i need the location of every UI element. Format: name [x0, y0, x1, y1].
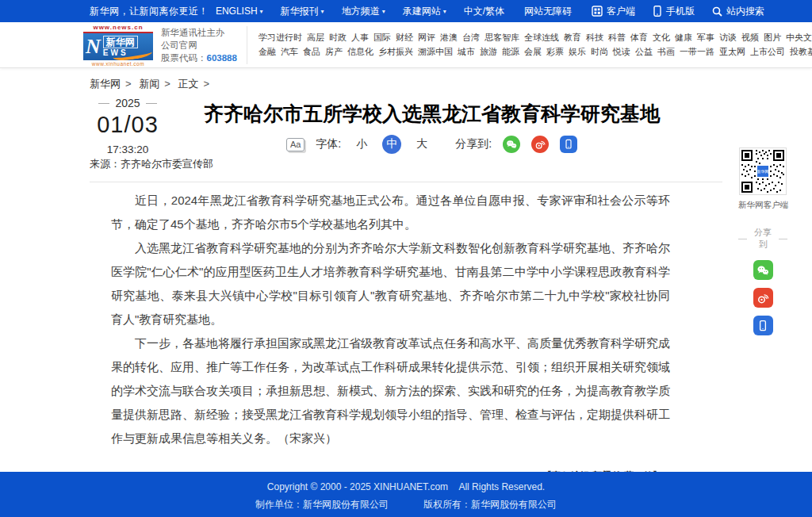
- site-search-button[interactable]: 站内搜索: [712, 5, 764, 18]
- copyright-line: Copyright © 2000 - 2025 XINHUANET.com Al…: [0, 472, 812, 492]
- nav-link[interactable]: 上市公司: [750, 46, 785, 58]
- footer-credit: 制作单位：新华网股份有限公司: [255, 498, 389, 511]
- nav-link[interactable]: 访谈: [719, 32, 737, 44]
- nav-link[interactable]: 科技: [586, 32, 603, 44]
- article-paragraph: 下一步，各基地将履行承担国家或黑龙江省级教育改革试点任务和高水平、高质量优秀教育…: [111, 331, 670, 450]
- chevron-down-icon: ▾: [382, 8, 385, 15]
- nav-link[interactable]: 能源: [502, 46, 519, 58]
- breadcrumb-link[interactable]: 正文: [178, 78, 198, 90]
- topbar-menu-item[interactable]: 网站无障碍: [524, 5, 574, 18]
- nav-link[interactable]: 信息化: [347, 46, 373, 58]
- topbar-menu: ENGLISH▾ 新华报刊▾ 地方频道▾ 承建网站▾ 中文/繁体 网站无障碍: [216, 5, 574, 18]
- nav-link[interactable]: 中央文件: [786, 32, 812, 44]
- nav-link[interactable]: 一带一路: [680, 46, 714, 58]
- weibo-share-icon[interactable]: [531, 136, 549, 153]
- nav-link[interactable]: 书画: [657, 46, 675, 58]
- nav-link[interactable]: 思客智库: [485, 32, 519, 44]
- article-title: 齐齐哈尔市五所学校入选黑龙江省教育科学研究基地: [197, 92, 667, 127]
- stock-code: 603888: [207, 53, 237, 63]
- nav-link[interactable]: 投教基地: [790, 46, 812, 58]
- nav-link[interactable]: 房产: [325, 46, 343, 58]
- share-label: 分享到:: [455, 137, 492, 151]
- nav-link[interactable]: 财经: [396, 32, 413, 44]
- topbar: 新华网，让新闻离你更近！ ENGLISH▾ 新华报刊▾ 地方频道▾ 承建网站▾ …: [0, 0, 812, 22]
- nav-link[interactable]: 时政: [329, 32, 347, 44]
- topbar-menu-item[interactable]: ENGLISH▾: [216, 6, 263, 17]
- breadcrumb-separator: >: [125, 78, 132, 90]
- nav-link[interactable]: 金融: [259, 46, 276, 58]
- font-size-option[interactable]: 大: [412, 135, 431, 154]
- wechat-share-icon[interactable]: [753, 260, 773, 280]
- site-slogan: 新华网，让新闻离你更近！: [90, 5, 209, 18]
- client-share-icon[interactable]: [560, 136, 577, 153]
- nav-link[interactable]: 科普: [608, 32, 626, 44]
- weibo-share-icon[interactable]: [753, 288, 773, 308]
- article-source: 来源：齐齐哈尔市委宣传部: [90, 157, 213, 171]
- site-footer: Copyright © 2000 - 2025 XINHUANET.com Al…: [0, 472, 812, 517]
- breadcrumb-item: 正文>: [178, 78, 214, 90]
- qr-caption: 新华网客户端: [738, 200, 787, 211]
- nav-link[interactable]: 网评: [418, 32, 435, 44]
- publish-date: 2025 01/03 17:33:20: [90, 97, 166, 155]
- nav-link[interactable]: 溯源中国: [418, 46, 453, 58]
- nav-link[interactable]: 悦读: [613, 46, 630, 58]
- xinhuanet-logo[interactable]: www.news.cn N 新华网 EWS www.xinhuanet.com: [83, 24, 153, 67]
- nav-link[interactable]: 台湾: [462, 32, 480, 44]
- nav-link[interactable]: 亚太网: [719, 46, 745, 58]
- topbar-menu-item[interactable]: 新华报刊▾: [281, 5, 324, 18]
- nav-link[interactable]: 高层: [307, 32, 324, 44]
- main-nav: 学习进行时高层时政人事国际财经网评港澳台湾思客智库全球连线教育科技科普体育文化健…: [259, 29, 798, 60]
- publish-year: 2025: [90, 97, 166, 109]
- wechat-share-icon[interactable]: [503, 136, 520, 153]
- content-container: 新华网> 新闻> 正文> 2025 01/03 17:33:20 来源：齐齐哈尔…: [90, 68, 722, 483]
- breadcrumb-link[interactable]: 新华网: [90, 78, 121, 90]
- nav-link[interactable]: 食品: [303, 46, 320, 58]
- nav-link[interactable]: 娱乐: [569, 46, 586, 58]
- rail-share-icons: [738, 260, 787, 335]
- font-size-option[interactable]: 中: [382, 135, 401, 154]
- org-line2[interactable]: 公司官网: [161, 39, 237, 52]
- topbar-menu-item[interactable]: 中文/繁体: [464, 5, 507, 18]
- breadcrumb-item: 新华网>: [90, 78, 136, 90]
- nav-link[interactable]: 学习进行时: [259, 32, 302, 44]
- footer-credit: 版权所有：新华网股份有限公司: [423, 498, 557, 511]
- mobile-version-link[interactable]: 手机版: [653, 5, 695, 18]
- client-app-link[interactable]: 客户端: [592, 5, 635, 18]
- chevron-down-icon: ▾: [260, 8, 263, 15]
- source-name: 齐齐哈尔市委宣传部: [121, 158, 213, 170]
- font-size-option[interactable]: 小: [352, 135, 371, 154]
- chevron-down-icon: ▾: [443, 8, 446, 15]
- nav-link[interactable]: 彩票: [546, 46, 564, 58]
- nav-link[interactable]: 汽车: [281, 46, 298, 58]
- nav-link[interactable]: 体育: [630, 32, 648, 44]
- breadcrumb: 新华网> 新闻> 正文>: [90, 68, 722, 92]
- nav-link[interactable]: 军事: [697, 32, 714, 44]
- nav-link[interactable]: 港澳: [440, 32, 458, 44]
- article-header: 2025 01/03 17:33:20 来源：齐齐哈尔市委宣传部 齐齐哈尔市五所…: [90, 92, 722, 182]
- breadcrumb-link[interactable]: 新闻: [139, 78, 159, 90]
- nav-link[interactable]: 人事: [351, 32, 369, 44]
- nav-link[interactable]: 教育: [564, 32, 581, 44]
- font-size-options: 小中大: [352, 135, 431, 154]
- nav-link[interactable]: 时尚: [591, 46, 608, 58]
- topbar-menu-item[interactable]: 地方频道▾: [342, 5, 385, 18]
- nav-link[interactable]: 国际: [373, 32, 391, 44]
- nav-link[interactable]: 文化: [653, 32, 670, 44]
- nav-link[interactable]: 图片: [764, 32, 781, 44]
- nav-link[interactable]: 视频: [741, 32, 759, 44]
- nav-link[interactable]: 健康: [675, 32, 692, 44]
- svg-text:新华网: 新华网: [757, 169, 769, 174]
- article-paragraph: 近日，2024年黑龙江省教育科学研究基地正式公布。通过各单位自愿申报、专家评审和…: [111, 189, 670, 236]
- nav-link[interactable]: 公益: [635, 46, 653, 58]
- org-line1: 新华通讯社主办: [161, 26, 237, 39]
- client-share-icon[interactable]: [753, 316, 773, 335]
- publish-monthday: 01/03: [90, 112, 166, 138]
- nav-link[interactable]: 全球连线: [524, 32, 559, 44]
- nav-link[interactable]: 会展: [524, 46, 542, 58]
- topbar-menu-item[interactable]: 承建网站▾: [403, 5, 446, 18]
- nav-link[interactable]: 乡村振兴: [378, 46, 413, 58]
- nav-link[interactable]: 城市: [458, 46, 475, 58]
- font-size-icon[interactable]: Aa: [286, 138, 304, 151]
- nav-link[interactable]: 旅游: [480, 46, 497, 58]
- nav-row-1: 学习进行时高层时政人事国际财经网评港澳台湾思客智库全球连线教育科技科普体育文化健…: [259, 32, 798, 44]
